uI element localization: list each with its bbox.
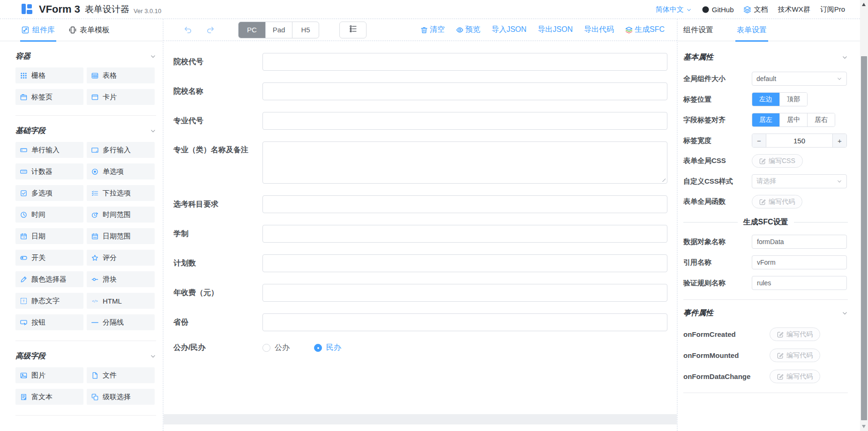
form-row[interactable]: 院校代号 <box>173 53 677 71</box>
widget-tabs[interactable]: 标签页 <box>15 89 83 105</box>
undo-icon[interactable] <box>183 25 192 34</box>
preview-button[interactable]: 预览 <box>456 25 480 35</box>
widget-date-range[interactable]: 日期范围 <box>87 228 155 244</box>
label-align-right[interactable]: 居右 <box>807 113 835 126</box>
label-position-top[interactable]: 顶部 <box>779 93 807 106</box>
wechat-group-link[interactable]: 技术WX群 <box>778 5 810 14</box>
section-basic-props[interactable]: 基本属性 <box>683 52 848 62</box>
generate-sfc-button[interactable]: 生成SFC <box>625 25 665 35</box>
scroll-down-arrow-icon[interactable] <box>862 425 866 428</box>
form-row[interactable]: 院校名称 <box>173 82 677 100</box>
resize-handle-icon[interactable] <box>661 177 666 182</box>
widget-divider[interactable]: 分隔线 <box>87 314 155 330</box>
data-object-name-input[interactable] <box>752 235 847 249</box>
form-row[interactable]: 计划数 <box>173 254 677 272</box>
text-input[interactable] <box>262 225 667 243</box>
form-row[interactable]: 年收费（元） <box>173 284 677 302</box>
form-row[interactable]: 学制 <box>173 225 677 243</box>
widget-input[interactable]: 单行输入 <box>15 142 83 158</box>
widget-time-range[interactable]: 时间范围 <box>87 207 155 223</box>
device-mode-h5[interactable]: H5 <box>292 22 319 38</box>
rules-name-input[interactable] <box>752 276 847 290</box>
device-mode-pad[interactable]: Pad <box>265 22 292 38</box>
section-basic-fields[interactable]: 基础字段 <box>15 126 156 136</box>
text-input[interactable] <box>262 53 667 71</box>
text-input[interactable] <box>262 284 667 302</box>
label-align-center[interactable]: 居中 <box>779 113 807 126</box>
subscribe-pro-link[interactable]: 订阅Pro <box>820 5 845 14</box>
export-json-button[interactable]: 导出JSON <box>538 25 573 35</box>
increase-button[interactable]: + <box>833 134 846 147</box>
node-tree-button[interactable] <box>339 22 367 38</box>
github-link[interactable]: GitHub <box>702 6 734 14</box>
ref-name-input[interactable] <box>752 255 847 269</box>
section-advanced-fields[interactable]: 高级字段 <box>15 351 156 361</box>
widget-switch[interactable]: 开关 <box>15 250 83 266</box>
edit-global-functions-button[interactable]: 编写代码 <box>752 195 802 208</box>
widget-select[interactable]: 下拉选项 <box>87 185 155 201</box>
scrollbar-thumb[interactable] <box>861 56 867 420</box>
form-row[interactable]: 公办/民办 公办 民办 <box>173 343 677 353</box>
section-container[interactable]: 容器 <box>15 52 156 61</box>
widget-static-text[interactable]: T静态文字 <box>15 293 83 309</box>
section-event-props[interactable]: 事件属性 <box>683 308 848 318</box>
text-input[interactable] <box>262 254 667 272</box>
edit-css-button[interactable]: 编写CSS <box>752 154 803 168</box>
text-input[interactable] <box>262 112 667 130</box>
edit-onformcreated-button[interactable]: 编写代码 <box>770 327 820 341</box>
textarea-input[interactable] <box>262 141 667 184</box>
device-mode-pc[interactable]: PC <box>239 22 265 38</box>
widget-table[interactable]: 表格 <box>87 67 155 83</box>
text-input[interactable] <box>262 195 667 213</box>
global-size-select[interactable]: default <box>752 72 847 86</box>
form-row[interactable]: 专业代号 <box>173 112 677 130</box>
svg-text:</>: </> <box>92 299 98 303</box>
widget-checkbox[interactable]: 多选项 <box>15 185 83 201</box>
page-scrollbar[interactable] <box>860 0 868 431</box>
widget-rich-text[interactable]: 富文本 <box>15 389 83 405</box>
widget-number[interactable]: 123计数器 <box>15 163 83 179</box>
tab-widget-library[interactable]: 组件库 <box>22 19 55 41</box>
widget-cascader[interactable]: 级联选择 <box>87 389 155 405</box>
docs-link[interactable]: 文档 <box>743 5 768 14</box>
event-label: onFormMounted <box>683 351 770 359</box>
label-align-left[interactable]: 居左 <box>752 113 779 126</box>
widget-textarea[interactable]: 多行输入 <box>87 142 155 158</box>
widget-rate[interactable]: 评分 <box>87 250 155 266</box>
form-row[interactable]: 选考科目要求 <box>173 195 677 213</box>
widget-card[interactable]: 卡片 <box>87 89 155 105</box>
widget-file[interactable]: 文件 <box>87 367 155 383</box>
textarea-icon <box>91 147 98 154</box>
radio-option-private[interactable]: 民办 <box>314 343 341 353</box>
widget-date[interactable]: 19日期 <box>15 228 83 244</box>
import-json-button[interactable]: 导入JSON <box>492 25 527 35</box>
label-width-value[interactable]: 150 <box>766 134 833 147</box>
widget-color[interactable]: 颜色选择器 <box>15 271 83 287</box>
clear-button[interactable]: 清空 <box>420 25 445 35</box>
widget-picture[interactable]: 图片 <box>15 367 83 383</box>
widget-button[interactable]: 按钮 <box>15 314 83 330</box>
text-input[interactable] <box>262 313 667 331</box>
form-row[interactable]: 专业（类）名称及备注 <box>173 141 677 184</box>
label-position-left[interactable]: 左边 <box>752 93 779 106</box>
tab-form-templates[interactable]: 表单模板 <box>69 19 110 41</box>
widget-grid[interactable]: 栅格 <box>15 67 83 83</box>
custom-css-select[interactable]: 请选择 <box>752 174 847 188</box>
scroll-up-arrow-icon[interactable] <box>862 3 866 6</box>
edit-onformmounted-button[interactable]: 编写代码 <box>770 349 820 362</box>
trash-icon <box>420 26 428 34</box>
export-code-button[interactable]: 导出代码 <box>584 25 614 35</box>
radio-option-public[interactable]: 公办 <box>262 343 290 353</box>
tab-widget-settings[interactable]: 组件设置 <box>683 19 713 41</box>
edit-onformdatachange-button[interactable]: 编写代码 <box>770 370 820 383</box>
redo-icon[interactable] <box>206 25 215 34</box>
tab-form-settings[interactable]: 表单设置 <box>737 19 767 41</box>
decrease-button[interactable]: − <box>752 134 766 147</box>
text-input[interactable] <box>262 82 667 100</box>
widget-slider[interactable]: 滑块 <box>87 271 155 287</box>
widget-html[interactable]: </>HTML <box>87 293 155 309</box>
language-switcher[interactable]: 简体中文 <box>656 5 692 14</box>
form-row[interactable]: 省份 <box>173 313 677 331</box>
widget-time[interactable]: 时间 <box>15 207 83 223</box>
widget-radio[interactable]: 单选项 <box>87 163 155 179</box>
